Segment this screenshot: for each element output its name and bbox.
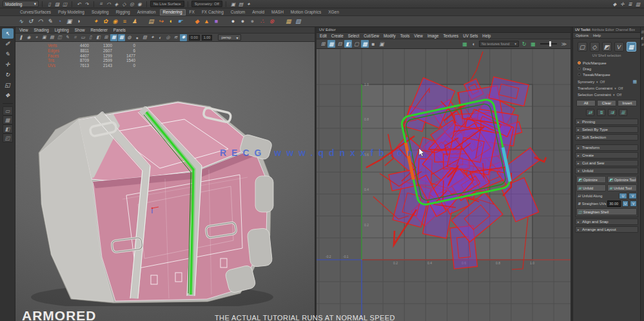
uv-snapshot-icon[interactable]: ▦ xyxy=(284,17,293,26)
uv-shell-mode-icon[interactable]: ▦ xyxy=(627,42,636,52)
new-scene-icon[interactable]: ▯ xyxy=(46,1,53,8)
save-scene-icon[interactable]: ◫ xyxy=(61,1,68,8)
selection-style-radio[interactable]: Tweak/Marquee xyxy=(575,72,638,77)
camera-selector[interactable]: persp ▾ xyxy=(218,34,241,41)
exposure-field[interactable]: 0.00 xyxy=(189,35,200,41)
uv-menu-item[interactable]: View xyxy=(414,34,423,38)
target-weld-icon[interactable]: ◉ xyxy=(111,17,119,26)
shaded-icon[interactable]: ● xyxy=(133,34,141,41)
unfold-along-v-button[interactable]: V xyxy=(629,193,637,199)
uv-menu-item[interactable]: Modify xyxy=(384,34,396,38)
uv-face-mode-icon[interactable]: ◩ xyxy=(602,42,612,52)
unfold-along-u-button[interactable]: U xyxy=(619,193,627,199)
viewport-menu-item[interactable]: Lighting xyxy=(55,28,69,32)
image-icon[interactable]: ▧ xyxy=(294,17,302,26)
triangle-prim-icon[interactable]: ▲ xyxy=(202,17,211,26)
lighting-icon[interactable]: ✦ xyxy=(149,34,156,41)
section-create[interactable]: ▸Create xyxy=(575,152,638,159)
arc-icon[interactable]: ◠ xyxy=(36,17,44,26)
select-camera-icon[interactable]: ❚ xyxy=(17,34,24,41)
section-arrange-and-layout[interactable]: ▸Arrange and Layout xyxy=(575,226,638,233)
uv-menu-item[interactable]: Edit xyxy=(320,34,327,38)
shelf-tab[interactable]: Poly Modeling xyxy=(55,9,88,15)
straighten-angle-field[interactable]: 30.00 xyxy=(607,200,620,207)
selection-style-radio[interactable]: Drag xyxy=(575,66,638,72)
shadows-icon[interactable]: ◐ xyxy=(157,34,164,41)
convert-to-edge-icon[interactable]: ⇅ xyxy=(597,109,605,116)
uv-menu-item[interactable]: Image xyxy=(427,34,439,38)
lasso-tool[interactable]: ✐ xyxy=(2,39,14,49)
uv-snap-icon[interactable]: ⊟ xyxy=(336,40,344,48)
filtered-image-icon[interactable]: ▩ xyxy=(361,40,369,48)
section-cut-and-sew[interactable]: ▸Cut and Sew xyxy=(575,160,638,166)
render-settings-icon[interactable]: ✦ xyxy=(245,1,252,8)
blinn-sphere-icon[interactable]: ● xyxy=(239,17,247,26)
symmetry-field[interactable]: Symmetry: Off xyxy=(191,1,222,7)
shelf-tab[interactable]: MASH xyxy=(268,9,287,15)
toolkit-dropdown-row[interactable]: Transform Constraint ▾ Off xyxy=(575,85,638,92)
hand-icon[interactable]: ☛ xyxy=(176,17,184,26)
image-display-icon[interactable]: ▢ xyxy=(353,40,360,48)
texture-selector[interactable]: No textures found ▾ xyxy=(479,41,519,47)
layout-split[interactable]: ◰ xyxy=(3,133,13,142)
make-live-icon[interactable]: ◉ xyxy=(136,1,143,8)
shaded-uv-icon[interactable]: ■ xyxy=(369,40,377,48)
viewport-menu-item[interactable]: Panels xyxy=(113,28,126,32)
select-scope-button[interactable]: Invert xyxy=(618,100,637,106)
refresh-texture-icon[interactable]: ↻ xyxy=(520,40,528,48)
select-tool[interactable]: ↖ xyxy=(2,28,14,39)
viewport-menu-item[interactable]: Renderer xyxy=(90,28,107,32)
convert-to-face-icon[interactable]: ⇉ xyxy=(608,109,616,116)
layout-single-pane[interactable]: ▭ xyxy=(3,106,13,115)
unfold-tool-button[interactable]: ⊞Unfold Tool xyxy=(607,184,637,191)
pentagon-prim-icon[interactable]: ◆ xyxy=(193,17,201,26)
motion-blur-icon[interactable]: ≋ xyxy=(172,34,179,41)
uv-distortion-icon[interactable]: ⊞ xyxy=(319,40,327,48)
select-scope-button[interactable]: All xyxy=(576,100,596,106)
texture-borders-icon[interactable]: ▣ xyxy=(378,40,385,48)
shelf-tab[interactable]: Arnold xyxy=(249,9,268,15)
shelf-tab[interactable]: Rigging xyxy=(113,9,133,15)
ipr-render-icon[interactable]: ▤ xyxy=(237,1,244,8)
viewport-3d[interactable]: Verts 4400 1300 0 Edges 8811 2607 6 Face… xyxy=(15,42,315,321)
tile-texture-icon[interactable]: ▦ xyxy=(529,40,537,48)
snap-curve-icon[interactable]: ◠ xyxy=(105,1,112,8)
channel-box-tab-icon[interactable]: ≣ xyxy=(641,43,643,46)
toolkit-tab[interactable]: UV Toolkit xyxy=(575,28,590,32)
grid-toggle-icon[interactable]: ⌗ xyxy=(72,34,79,41)
checker-display-icon[interactable]: ▦ xyxy=(327,40,335,48)
unfold-button[interactable]: ⊞Unfold xyxy=(576,184,606,191)
revolve-icon[interactable]: ↺ xyxy=(26,17,35,26)
gamma-field[interactable]: 1.00 xyxy=(202,35,213,41)
film-gate-icon[interactable]: ▭ xyxy=(79,34,86,41)
shelf-tab[interactable]: Custom xyxy=(228,9,248,15)
menu-set-selector[interactable]: Modeling ▾ xyxy=(3,1,39,7)
toolkit-tab[interactable]: Attribute Editor xyxy=(592,28,614,32)
attribute-editor-tab-icon[interactable]: ▥ xyxy=(641,30,644,34)
viewport-menu-item[interactable]: Shading xyxy=(34,28,49,32)
uv-menu-item[interactable]: UV Sets xyxy=(463,34,478,38)
layout-persp-outliner[interactable]: ◧ xyxy=(3,124,13,133)
uv-mode-icon[interactable]: V xyxy=(614,42,624,52)
paint-select-tool[interactable]: ✎ xyxy=(2,49,14,59)
bookmark-icon[interactable]: ▣ xyxy=(41,34,48,41)
crate-model[interactable] xyxy=(39,101,273,303)
anti-alias-icon[interactable]: ✱ xyxy=(180,34,187,41)
convert-to-uv-icon[interactable]: ⇄ xyxy=(586,109,594,116)
convert-to-shell-icon[interactable]: ☰ xyxy=(619,109,627,116)
dim-image-icon[interactable]: ◐ xyxy=(470,40,478,48)
shelf-tab[interactable]: XGen xyxy=(325,9,342,15)
uv-menu-item[interactable]: Help xyxy=(482,34,491,38)
viewport-menu-item[interactable]: View xyxy=(19,28,28,32)
shell-icon[interactable]: ◗ xyxy=(75,17,83,26)
lock-camera-icon[interactable]: ◉ xyxy=(25,34,32,41)
uv-menu-item[interactable]: Textures xyxy=(443,34,458,38)
channel-box-toggle-icon[interactable]: ≣ xyxy=(627,1,634,8)
hook-arrow-icon[interactable]: ↪ xyxy=(157,17,165,26)
checker-texture-icon[interactable]: ▦ xyxy=(461,40,469,48)
isolate-select-icon[interactable]: ◧ xyxy=(344,40,352,48)
shelf-tab[interactable]: Sculpting xyxy=(88,9,112,15)
shelf-tab[interactable]: Animation xyxy=(134,9,159,15)
screenspace-ao-icon[interactable]: ◎ xyxy=(164,34,171,41)
attribute-editor-toggle-icon[interactable]: ▥ xyxy=(634,1,641,8)
